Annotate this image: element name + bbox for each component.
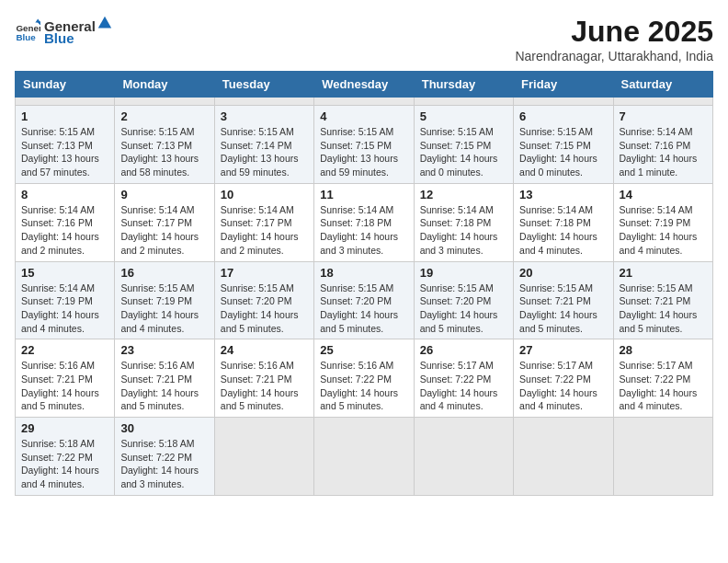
cell-details: Sunrise: 5:15 AMSunset: 7:20 PMDaylight:… xyxy=(221,282,308,336)
cell-details: Sunrise: 5:14 AMSunset: 7:17 PMDaylight:… xyxy=(120,203,208,258)
day-number: 11 xyxy=(320,188,407,201)
day-number: 1 xyxy=(21,109,108,123)
logo: General Blue General Blue xyxy=(15,15,114,46)
calendar-cell xyxy=(16,98,115,106)
day-number: 29 xyxy=(21,421,108,435)
cell-details: Sunrise: 5:14 AMSunset: 7:16 PMDaylight:… xyxy=(21,203,108,258)
day-number: 9 xyxy=(120,188,208,201)
calendar-cell: 18Sunrise: 5:15 AMSunset: 7:20 PMDayligh… xyxy=(314,261,414,339)
cell-details: Sunrise: 5:15 AMSunset: 7:20 PMDaylight:… xyxy=(320,282,407,336)
calendar-cell: 16Sunrise: 5:15 AMSunset: 7:19 PMDayligh… xyxy=(115,261,214,339)
day-number: 13 xyxy=(519,188,607,201)
week-row-5: 29Sunrise: 5:18 AMSunset: 7:22 PMDayligh… xyxy=(16,418,713,496)
calendar-cell: 23Sunrise: 5:16 AMSunset: 7:21 PMDayligh… xyxy=(115,339,214,418)
day-number: 8 xyxy=(21,188,108,201)
day-number: 19 xyxy=(420,266,507,280)
calendar-cell xyxy=(514,418,613,496)
day-number: 25 xyxy=(320,343,407,357)
calendar-cell: 26Sunrise: 5:17 AMSunset: 7:22 PMDayligh… xyxy=(414,339,513,418)
cell-details: Sunrise: 5:15 AMSunset: 7:14 PMDaylight:… xyxy=(221,125,308,179)
day-number: 4 xyxy=(320,109,407,123)
header-cell-friday: Friday xyxy=(514,72,613,98)
calendar-cell xyxy=(115,98,214,106)
title-area: June 2025 Narendranagar, Uttarakhand, In… xyxy=(515,15,713,63)
calendar-cell: 14Sunrise: 5:14 AMSunset: 7:19 PMDayligh… xyxy=(613,183,712,261)
calendar-cell xyxy=(613,98,712,106)
calendar-cell: 12Sunrise: 5:14 AMSunset: 7:18 PMDayligh… xyxy=(414,183,513,261)
cell-details: Sunrise: 5:16 AMSunset: 7:21 PMDaylight:… xyxy=(120,359,208,413)
calendar-cell: 29Sunrise: 5:18 AMSunset: 7:22 PMDayligh… xyxy=(16,418,115,496)
calendar-cell: 10Sunrise: 5:14 AMSunset: 7:17 PMDayligh… xyxy=(214,183,313,261)
day-number: 15 xyxy=(21,266,108,280)
day-number: 30 xyxy=(120,421,208,435)
cell-details: Sunrise: 5:17 AMSunset: 7:22 PMDaylight:… xyxy=(519,359,607,413)
cell-details: Sunrise: 5:15 AMSunset: 7:21 PMDaylight:… xyxy=(620,282,707,336)
calendar-cell: 13Sunrise: 5:14 AMSunset: 7:18 PMDayligh… xyxy=(514,183,613,261)
day-number: 12 xyxy=(420,188,507,201)
cell-details: Sunrise: 5:15 AMSunset: 7:19 PMDaylight:… xyxy=(120,282,208,336)
cell-details: Sunrise: 5:18 AMSunset: 7:22 PMDaylight:… xyxy=(21,437,108,491)
cell-details: Sunrise: 5:16 AMSunset: 7:21 PMDaylight:… xyxy=(21,359,108,413)
day-number: 20 xyxy=(519,266,607,280)
header-cell-monday: Monday xyxy=(115,72,214,98)
cell-details: Sunrise: 5:14 AMSunset: 7:19 PMDaylight:… xyxy=(21,282,108,336)
day-number: 2 xyxy=(120,109,208,123)
calendar-cell: 15Sunrise: 5:14 AMSunset: 7:19 PMDayligh… xyxy=(16,261,115,339)
calendar-table: SundayMondayTuesdayWednesdayThursdayFrid… xyxy=(15,71,713,496)
cell-details: Sunrise: 5:15 AMSunset: 7:21 PMDaylight:… xyxy=(519,282,607,336)
svg-text:Blue: Blue xyxy=(16,32,36,42)
header-cell-sunday: Sunday xyxy=(16,72,115,98)
cell-details: Sunrise: 5:15 AMSunset: 7:13 PMDaylight:… xyxy=(21,125,108,179)
day-number: 14 xyxy=(620,188,707,201)
cell-details: Sunrise: 5:15 AMSunset: 7:20 PMDaylight:… xyxy=(420,282,507,336)
day-number: 23 xyxy=(120,343,208,357)
week-row-1: 1Sunrise: 5:15 AMSunset: 7:13 PMDaylight… xyxy=(16,106,713,184)
cell-details: Sunrise: 5:18 AMSunset: 7:22 PMDaylight:… xyxy=(120,437,208,491)
day-number: 7 xyxy=(620,109,707,123)
svg-marker-4 xyxy=(98,17,111,29)
calendar-cell: 19Sunrise: 5:15 AMSunset: 7:20 PMDayligh… xyxy=(414,261,513,339)
calendar-cell: 25Sunrise: 5:16 AMSunset: 7:22 PMDayligh… xyxy=(314,339,414,418)
calendar-cell xyxy=(214,418,313,496)
calendar-title: June 2025 xyxy=(515,15,713,49)
calendar-cell: 1Sunrise: 5:15 AMSunset: 7:13 PMDaylight… xyxy=(16,106,115,184)
calendar-cell: 5Sunrise: 5:15 AMSunset: 7:15 PMDaylight… xyxy=(414,106,513,184)
calendar-cell: 3Sunrise: 5:15 AMSunset: 7:14 PMDaylight… xyxy=(214,106,313,184)
calendar-cell: 17Sunrise: 5:15 AMSunset: 7:20 PMDayligh… xyxy=(214,261,313,339)
calendar-cell: 28Sunrise: 5:17 AMSunset: 7:22 PMDayligh… xyxy=(613,339,712,418)
cell-details: Sunrise: 5:14 AMSunset: 7:18 PMDaylight:… xyxy=(420,203,507,258)
cell-details: Sunrise: 5:14 AMSunset: 7:18 PMDaylight:… xyxy=(519,203,607,258)
logo-icon: General Blue xyxy=(15,17,40,43)
calendar-cell xyxy=(414,98,513,106)
cell-details: Sunrise: 5:16 AMSunset: 7:21 PMDaylight:… xyxy=(221,359,308,413)
cell-details: Sunrise: 5:15 AMSunset: 7:15 PMDaylight:… xyxy=(320,125,407,179)
header: General Blue General Blue June 2025 Nare… xyxy=(15,15,713,63)
calendar-cell: 27Sunrise: 5:17 AMSunset: 7:22 PMDayligh… xyxy=(514,339,613,418)
cell-details: Sunrise: 5:15 AMSunset: 7:13 PMDaylight:… xyxy=(120,125,208,179)
day-number: 3 xyxy=(221,109,308,123)
header-cell-tuesday: Tuesday xyxy=(214,72,313,98)
day-number: 5 xyxy=(420,109,507,123)
cell-details: Sunrise: 5:17 AMSunset: 7:22 PMDaylight:… xyxy=(620,359,707,413)
calendar-cell: 21Sunrise: 5:15 AMSunset: 7:21 PMDayligh… xyxy=(613,261,712,339)
calendar-cell xyxy=(314,98,414,106)
day-number: 18 xyxy=(320,266,407,280)
cell-details: Sunrise: 5:14 AMSunset: 7:19 PMDaylight:… xyxy=(620,203,707,258)
week-row-3: 15Sunrise: 5:14 AMSunset: 7:19 PMDayligh… xyxy=(16,261,713,339)
calendar-cell: 4Sunrise: 5:15 AMSunset: 7:15 PMDaylight… xyxy=(314,106,414,184)
calendar-cell xyxy=(214,98,313,106)
header-cell-wednesday: Wednesday xyxy=(314,72,414,98)
calendar-cell: 2Sunrise: 5:15 AMSunset: 7:13 PMDaylight… xyxy=(115,106,214,184)
day-number: 10 xyxy=(221,188,308,201)
calendar-cell xyxy=(314,418,414,496)
calendar-cell xyxy=(514,98,613,106)
day-number: 27 xyxy=(519,343,607,357)
calendar-cell: 30Sunrise: 5:18 AMSunset: 7:22 PMDayligh… xyxy=(115,418,214,496)
calendar-cell: 22Sunrise: 5:16 AMSunset: 7:21 PMDayligh… xyxy=(16,339,115,418)
header-cell-thursday: Thursday xyxy=(414,72,513,98)
week-row-0 xyxy=(16,98,713,106)
calendar-cell: 6Sunrise: 5:15 AMSunset: 7:15 PMDaylight… xyxy=(514,106,613,184)
calendar-cell: 11Sunrise: 5:14 AMSunset: 7:18 PMDayligh… xyxy=(314,183,414,261)
calendar-cell: 9Sunrise: 5:14 AMSunset: 7:17 PMDaylight… xyxy=(115,183,214,261)
header-cell-saturday: Saturday xyxy=(613,72,712,98)
